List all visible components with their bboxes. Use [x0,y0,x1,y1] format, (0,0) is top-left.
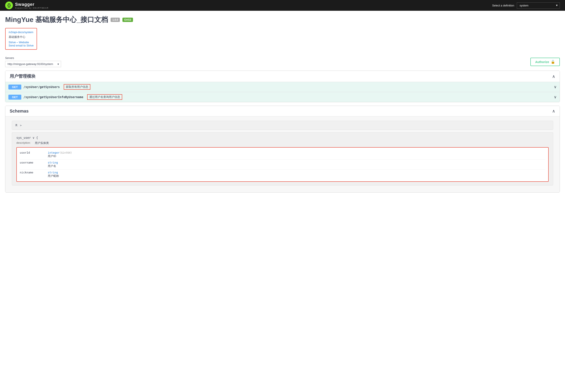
schema-name-label: sys_user [16,136,31,140]
prop-name-col-nickname: nickname [20,171,41,178]
endpoint-path-get-sys-user-by-username: /sysUser/getSysUserInfoByUsername [23,95,83,99]
schema-name-sys-user: sys_user ∨ { [16,136,549,140]
prop-type-nickname: string [48,171,59,174]
definition-select-wrapper: system ▼ [517,2,560,9]
swagger-brand-text: Swagger Supported by SMARTBEAR [15,2,49,9]
section-title-user-management: 用户管理模块 [10,73,36,79]
schemas-section-header[interactable]: Schemas ∧ [5,106,560,116]
endpoint-expand-icon-2: ∨ [554,95,557,99]
servers-section: Servers http://mingyue-gateway:9100/syst… [5,56,560,67]
schema-prop-userid: userId integer($int64) 用户ID [20,150,545,160]
header: {} Swagger Supported by SMARTBEAR Select… [0,0,565,11]
prop-desc-nickname: 用户昵称 [48,174,59,178]
authorize-button[interactable]: Authorize 🔓 [530,58,560,66]
page-title: MingYue 基础服务中心_接口文档 [5,15,108,25]
schema-desc-row: description: 用户实体类 [16,141,549,145]
schemas-body: R > sys_user ∨ { description: 用户实体类 [5,116,560,192]
api-url: /v3/api-docs/system [9,30,34,34]
version-badge: 1.0.0 [111,18,120,22]
section-collapse-icon: ∧ [552,74,555,79]
email-link[interactable]: Send email to Strive [9,44,34,47]
endpoint-desc-get-sys-user-by-username: 通过用户名查询用户信息 [87,94,122,100]
prop-type-col-nickname: string 用户昵称 [48,171,59,178]
servers-left: Servers http://mingyue-gateway:9100/syst… [5,56,61,67]
prop-type-username: string [48,161,58,164]
servers-select-wrapper: http://mingyue-gateway:9100/system ▼ [5,61,61,67]
method-badge-get: GET [8,84,21,89]
prop-desc-username: 用户名 [48,164,58,168]
schema-item-r[interactable]: R > [12,121,553,130]
prop-name-userid: userId [20,151,41,154]
main-content: MingYue 基础服务中心_接口文档 1.0.0 OAS3 /v3/api-d… [0,11,565,200]
authorize-label: Authorize [535,60,549,64]
svg-text:{}: {} [7,3,11,8]
servers-label: Servers [5,56,61,60]
prop-name-nickname: nickname [20,171,41,174]
prop-type-col-userid: integer($int64) 用户ID [48,151,72,158]
info-box: /v3/api-docs/system 基础服务中心 Strive – Webs… [5,28,37,50]
swagger-title: Swagger [15,2,49,7]
schema-desc-key: description: [16,141,30,145]
endpoint-row-get-sys-users[interactable]: GET /sysUser/getSysUsers 获取所有用户信息 ∨ [5,82,560,92]
servers-row: Servers http://mingyue-gateway:9100/syst… [5,56,560,67]
swagger-logo-icon: {} [5,1,13,9]
logo-area: {} Swagger Supported by SMARTBEAR [5,1,49,9]
endpoint-desc-get-sys-users: 获取所有用户信息 [64,84,90,90]
swagger-subtitle: Supported by SMARTBEAR [15,7,49,9]
select-definition-label: Select a definition [492,4,514,7]
api-description: 基础服务中心 [9,35,34,39]
schemas-collapse-icon: ∧ [552,108,555,114]
schema-props-table: userId integer($int64) 用户ID username [16,147,549,182]
schema-prop-nickname: nickname string 用户昵称 [20,169,545,179]
endpoint-row-get-sys-user-by-username[interactable]: GET /sysUser/getSysUserInfoByUsername 通过… [5,92,560,102]
prop-type-userid: integer($int64) [48,151,72,154]
schemas-title: Schemas [10,109,28,114]
prop-desc-userid: 用户ID [48,154,72,158]
schema-label-r: R > [15,124,22,127]
prop-name-username: username [20,161,41,164]
schema-detail-sys-user: sys_user ∨ { description: 用户实体类 userId [12,132,553,185]
definition-selector-area: Select a definition system ▼ [492,2,560,9]
oas-badge: OAS3 [122,18,133,22]
section-header-user-management[interactable]: 用户管理模块 ∧ [5,71,560,82]
schemas-section: Schemas ∧ R > sys_user ∨ { description: [5,106,560,193]
endpoint-path-get-sys-users: /sysUser/getSysUsers [23,85,60,89]
schema-expand-chevron: ∨ { [32,136,38,140]
title-section: MingYue 基础服务中心_接口文档 1.0.0 OAS3 [5,15,560,25]
website-link[interactable]: Strive – Website [9,41,34,44]
user-management-section: 用户管理模块 ∧ GET /sysUser/getSysUsers 获取所有用户… [5,70,560,102]
definition-select[interactable]: system [517,2,560,9]
schema-desc-value: 用户实体类 [35,141,49,145]
schema-expand-arrow-r: > [20,124,22,127]
method-badge-get-2: GET [8,95,21,100]
prop-name-col-userid: userId [20,151,41,158]
lock-icon: 🔓 [551,60,555,64]
endpoint-expand-icon: ∨ [554,84,557,89]
prop-name-col-username: username [20,161,41,168]
schema-prop-username: username string 用户名 [20,160,545,169]
prop-type-col-username: string 用户名 [48,161,58,168]
servers-select[interactable]: http://mingyue-gateway:9100/system [5,61,61,67]
